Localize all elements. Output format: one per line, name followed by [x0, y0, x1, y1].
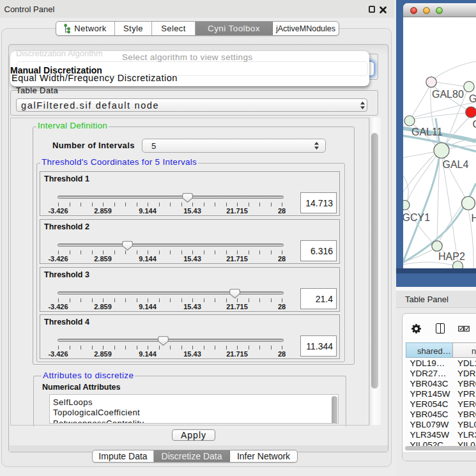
svg-text:GAL80: GAL80	[432, 89, 464, 100]
svg-text:H: H	[472, 213, 476, 224]
svg-text:HAP2: HAP2	[438, 251, 465, 262]
svg-text:C1: C1	[473, 119, 476, 130]
svg-text:GAL4: GAL4	[443, 159, 469, 170]
svg-text:GAL: GAL	[469, 93, 476, 104]
svg-text:GAL11: GAL11	[411, 127, 443, 137]
svg-text:GCY1: GCY1	[403, 212, 430, 223]
